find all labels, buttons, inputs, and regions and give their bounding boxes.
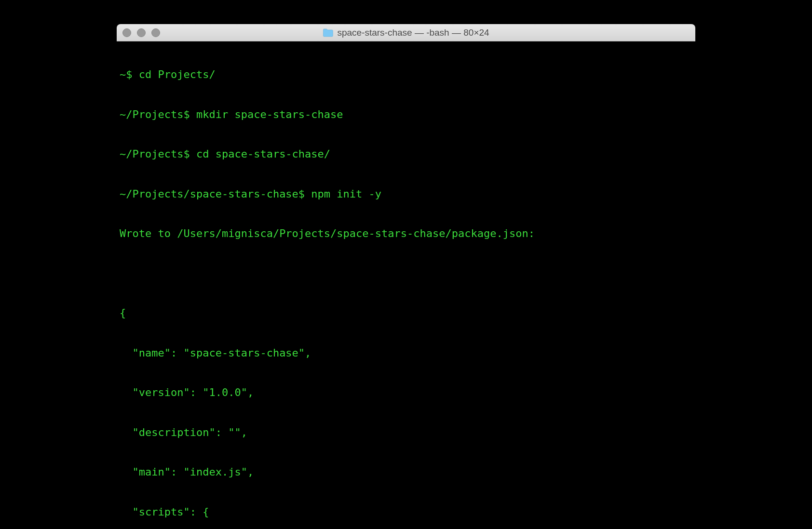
window-title-container: space-stars-chase — -bash — 80×24 (323, 27, 489, 38)
minimize-button[interactable] (137, 28, 146, 37)
terminal-line: "description": "", (120, 426, 692, 439)
close-button[interactable] (122, 28, 131, 37)
terminal-line: "main": "index.js", (120, 465, 692, 479)
folder-icon (323, 28, 333, 37)
terminal-line: "scripts": { (120, 505, 692, 519)
terminal-line: Wrote to /Users/mignisca/Projects/space-… (120, 227, 692, 240)
titlebar[interactable]: space-stars-chase — -bash — 80×24 (117, 24, 695, 41)
terminal-line: ~$ cd Projects/ (120, 68, 692, 81)
terminal-line: ~/Projects$ cd space-stars-chase/ (120, 147, 692, 161)
terminal-line: { (120, 306, 692, 320)
terminal-line: "version": "1.0.0", (120, 386, 692, 399)
terminal-line: ~/Projects/space-stars-chase$ npm init -… (120, 187, 692, 201)
terminal-line: ~/Projects$ mkdir space-stars-chase (120, 108, 692, 121)
window-title: space-stars-chase — -bash — 80×24 (337, 27, 489, 38)
blank-line (120, 267, 692, 280)
terminal-line: "name": "space-stars-chase", (120, 346, 692, 360)
traffic-lights (122, 28, 160, 37)
terminal-window: space-stars-chase — -bash — 80×24 ~$ cd … (117, 24, 695, 529)
terminal-body[interactable]: ~$ cd Projects/ ~/Projects$ mkdir space-… (117, 41, 695, 529)
maximize-button[interactable] (151, 28, 160, 37)
